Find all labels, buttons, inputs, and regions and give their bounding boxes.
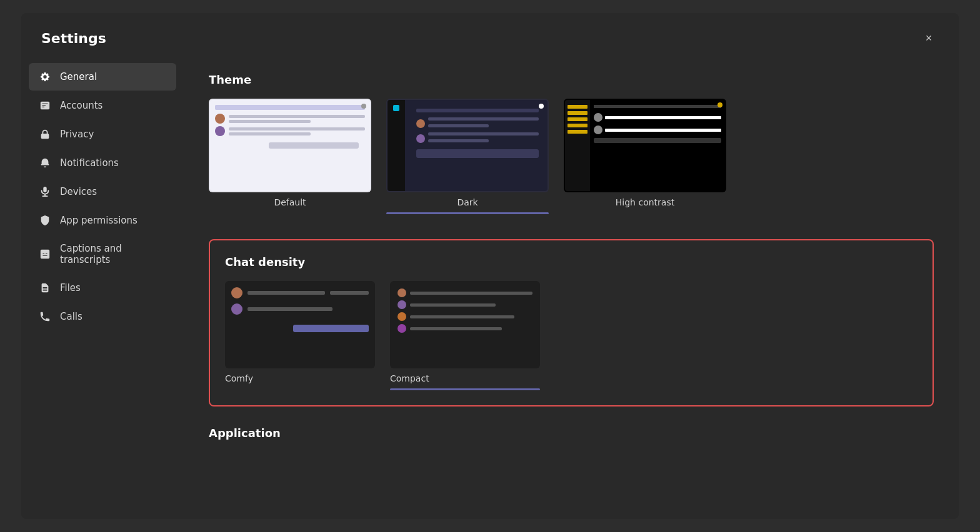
dark-row1 xyxy=(416,117,539,129)
leftbar-dot xyxy=(393,105,399,111)
compact-card xyxy=(390,281,540,368)
theme-option-hc[interactable]: High contrast xyxy=(564,99,726,214)
lock-icon xyxy=(39,128,51,140)
hc-leftbar xyxy=(565,100,590,191)
chat-density-title: Chat density xyxy=(225,255,918,268)
hc-bar5 xyxy=(568,130,588,134)
theme-option-dark[interactable]: Dark xyxy=(386,99,549,214)
density-option-compact[interactable]: Compact xyxy=(390,281,540,390)
dark-avatar1 xyxy=(416,119,425,128)
comfy-footer xyxy=(293,325,369,332)
sidebar-label-general: General xyxy=(60,71,97,82)
default-input xyxy=(269,142,359,149)
default-preview xyxy=(210,100,370,191)
file-icon xyxy=(39,282,51,294)
hc-indicator xyxy=(718,102,722,107)
comfy-avatar2 xyxy=(231,303,242,315)
hc-input xyxy=(594,138,721,143)
modal-title: Settings xyxy=(41,31,106,46)
dark-row2 xyxy=(416,132,539,144)
headset-icon xyxy=(39,185,51,198)
compact-selected-underline xyxy=(390,388,540,390)
density-label-comfy: Comfy xyxy=(225,373,375,383)
application-section-title: Application xyxy=(209,426,934,440)
theme-card-dark xyxy=(386,99,549,192)
sidebar-item-privacy[interactable]: Privacy xyxy=(29,121,176,148)
sidebar-item-devices[interactable]: Devices xyxy=(29,178,176,205)
sidebar-label-accounts: Accounts xyxy=(60,100,102,111)
hc-topbar xyxy=(594,105,721,108)
cc-icon xyxy=(39,248,51,260)
sidebar-item-app-permissions[interactable]: App permissions xyxy=(29,207,176,234)
compact-text2 xyxy=(410,303,496,307)
sidebar-label-notifications: Notifications xyxy=(60,157,119,169)
hc-avatar1 xyxy=(594,113,602,122)
line1 xyxy=(229,115,365,118)
indicator xyxy=(361,104,366,109)
hc-text1 xyxy=(605,116,721,119)
theme-label-default: Default xyxy=(274,197,306,207)
compact-text4 xyxy=(410,327,502,330)
dark-topbar xyxy=(416,109,539,112)
phone-icon xyxy=(39,310,51,323)
close-button[interactable]: × xyxy=(919,28,939,48)
sidebar-label-calls: Calls xyxy=(60,311,82,322)
gear-icon xyxy=(39,71,51,83)
comfy-text2 xyxy=(330,291,369,295)
dark-preview xyxy=(388,100,548,191)
sidebar-item-notifications[interactable]: Notifications xyxy=(29,149,176,177)
sidebar-label-captions: Captions and transcripts xyxy=(60,243,166,265)
comfy-text1 xyxy=(248,291,325,295)
line3 xyxy=(229,127,365,131)
theme-card-default xyxy=(209,99,371,192)
compact-avatar4 xyxy=(398,324,406,333)
dark-line2 xyxy=(428,124,489,127)
compact-avatar1 xyxy=(398,288,406,297)
density-option-comfy[interactable]: Comfy xyxy=(225,281,375,390)
hc-text2 xyxy=(605,129,721,132)
settings-sidebar: General Accounts Privacy xyxy=(21,58,184,519)
chat-density-section: Chat density xyxy=(209,239,934,406)
comfy-row2 xyxy=(231,303,369,315)
theme-label-hc: High contrast xyxy=(616,197,674,207)
compact-avatar2 xyxy=(398,300,406,309)
theme-option-default[interactable]: Default xyxy=(209,99,371,214)
dark-line4 xyxy=(428,139,489,142)
sidebar-item-captions[interactable]: Captions and transcripts xyxy=(29,235,176,273)
hc-bar4 xyxy=(568,124,588,127)
comfy-card xyxy=(225,281,375,368)
theme-grid: Default xyxy=(209,99,934,214)
hc-avatar2 xyxy=(594,126,602,134)
comfy-text3 xyxy=(248,307,332,311)
settings-modal: Settings × General Accounts xyxy=(21,13,959,519)
dark-line3 xyxy=(428,132,539,135)
theme-label-dark: Dark xyxy=(457,197,478,207)
compact-text1 xyxy=(410,292,532,295)
sidebar-item-accounts[interactable]: Accounts xyxy=(29,92,176,119)
theme-section-title: Theme xyxy=(209,73,934,86)
comfy-avatar1 xyxy=(231,287,242,298)
hc-bar2 xyxy=(568,111,588,115)
sidebar-label-privacy: Privacy xyxy=(60,129,94,140)
sidebar-item-general[interactable]: General xyxy=(29,63,176,91)
dark-input xyxy=(416,149,539,158)
person-card-icon xyxy=(39,99,51,112)
density-label-compact: Compact xyxy=(390,373,540,383)
theme-card-hc xyxy=(564,99,726,192)
sidebar-item-calls[interactable]: Calls xyxy=(29,303,176,330)
comfy-row1 xyxy=(231,287,369,298)
default-row1 xyxy=(215,114,365,124)
hc-row2 xyxy=(594,126,721,134)
density-grid: Comfy xyxy=(225,281,918,390)
modal-header: Settings × xyxy=(21,13,959,58)
modal-body: General Accounts Privacy xyxy=(21,58,959,519)
theme-section: Theme xyxy=(209,73,934,214)
hc-main xyxy=(590,100,725,191)
hc-bar1 xyxy=(568,105,588,109)
default-topbar xyxy=(215,105,365,110)
sidebar-item-files[interactable]: Files xyxy=(29,274,176,302)
dark-indicator xyxy=(539,104,544,109)
dark-leftbar xyxy=(388,100,405,191)
sidebar-label-files: Files xyxy=(60,282,81,293)
default-row2 xyxy=(215,126,365,136)
